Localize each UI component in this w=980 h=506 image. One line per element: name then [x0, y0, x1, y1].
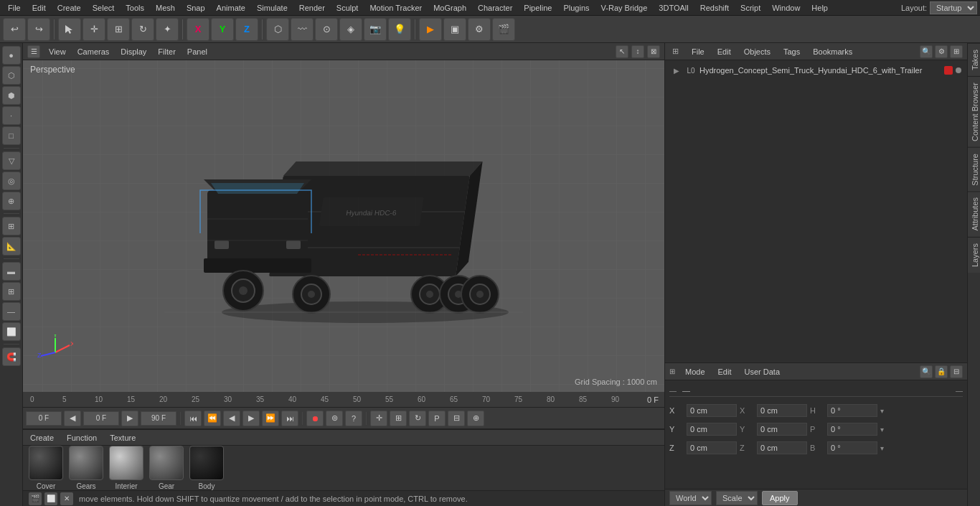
material-cover[interactable]: Cover — [29, 446, 63, 490]
viewport-canvas[interactable]: Perspective — [23, 60, 664, 392]
viewport-view-menu[interactable]: View — [46, 46, 69, 57]
menu-character[interactable]: Character — [473, 2, 517, 14]
menu-create[interactable]: Create — [52, 2, 86, 14]
sidebar-polygon-mode[interactable]: ⬡ — [2, 66, 21, 85]
obj-tags-menu[interactable]: Tags — [781, 46, 803, 57]
timeline-start-arrow[interactable]: ◀ — [64, 411, 81, 426]
world-dropdown[interactable]: World — [669, 491, 712, 505]
sidebar-rigging-mode[interactable]: ⊕ — [2, 192, 21, 210]
viewport-menu-btn[interactable]: ☰ — [27, 45, 40, 58]
vtab-layers[interactable]: Layers — [968, 237, 980, 273]
viewport-ctrl-3[interactable]: ⊠ — [647, 45, 660, 58]
menu-mesh[interactable]: Mesh — [151, 2, 180, 14]
obj-edit-menu[interactable]: Edit — [715, 46, 734, 57]
sidebar-measure-mode[interactable]: 📐 — [2, 237, 21, 256]
attr-h-input[interactable] — [827, 404, 877, 417]
timeline-current-input[interactable] — [83, 411, 119, 426]
timeline-end-frame-input-btn[interactable]: ▶ — [121, 411, 138, 426]
material-gear[interactable]: Gear — [149, 446, 184, 490]
menu-script[interactable]: Script — [735, 2, 765, 14]
status-icon-3[interactable]: ✕ — [60, 492, 73, 505]
vtab-takes[interactable]: Takes — [968, 43, 980, 76]
viewport-ctrl-1[interactable]: ↖ — [616, 45, 628, 58]
object-visibility-dot[interactable] — [956, 67, 961, 73]
obj-file-menu[interactable]: File — [689, 46, 707, 57]
attr-y2-input[interactable] — [757, 423, 807, 436]
menu-help[interactable]: Help — [806, 2, 833, 14]
rotate-tool-button[interactable]: ↻ — [131, 18, 154, 41]
menu-simulate[interactable]: Simulate — [252, 2, 293, 14]
attr-mode-menu[interactable]: Mode — [682, 366, 708, 378]
menu-render[interactable]: Render — [294, 2, 330, 14]
obj-filter-btn[interactable]: ⚙ — [935, 45, 948, 58]
sidebar-tweak-mode[interactable]: ▽ — [2, 151, 21, 170]
status-icon-2[interactable]: ⬜ — [44, 492, 57, 505]
menu-window[interactable]: Window — [767, 2, 805, 14]
timeline-autokey[interactable]: ⊚ — [326, 411, 343, 426]
render-view-button[interactable]: 🎬 — [492, 18, 515, 41]
render-button[interactable]: ▶ — [419, 18, 442, 41]
attr-y-input[interactable] — [687, 423, 737, 436]
menu-file[interactable]: File — [3, 2, 26, 14]
attr-x-input[interactable] — [687, 404, 737, 417]
mat-texture-menu[interactable]: Texture — [107, 432, 138, 444]
timeline-rotate-key[interactable]: ↻ — [409, 411, 426, 426]
object-row-truck[interactable]: ▶ L0 Hydrogen_Concept_Semi_Truck_Hyundai… — [669, 63, 963, 78]
object-color-dot[interactable] — [944, 66, 953, 75]
render-region-button[interactable]: ▣ — [443, 18, 466, 41]
viewport-display-menu[interactable]: Display — [118, 46, 149, 57]
timeline-grid[interactable]: ⊟ — [448, 411, 465, 426]
light-button[interactable]: 💡 — [388, 18, 411, 41]
undo-button[interactable]: ↩ — [3, 18, 26, 41]
move-tool-button[interactable]: ✛ — [83, 18, 105, 41]
select-tool-button[interactable] — [58, 18, 81, 41]
timeline-play[interactable]: ▶ — [242, 411, 260, 426]
menu-pipeline[interactable]: Pipeline — [519, 2, 557, 14]
transform-tool-button[interactable]: ✦ — [156, 18, 179, 41]
timeline-end-input[interactable] — [141, 411, 176, 426]
menu-edit[interactable]: Edit — [27, 2, 51, 14]
vtab-content-browser[interactable]: Content Browser — [968, 76, 980, 147]
viewport-panel-menu[interactable]: Panel — [184, 46, 210, 57]
sidebar-box-icon[interactable]: ⬜ — [2, 322, 21, 341]
menu-3dtoall[interactable]: 3DTOAll — [654, 2, 693, 14]
timeline-play-back[interactable]: ◀ — [223, 411, 240, 426]
object-create-button[interactable]: ⬡ — [266, 18, 289, 41]
attr-z-input[interactable] — [687, 441, 737, 454]
attr-z2-input[interactable] — [757, 441, 807, 454]
viewport-ctrl-2[interactable]: ↕ — [631, 45, 644, 58]
apply-button[interactable]: Apply — [762, 491, 798, 505]
menu-sculpt[interactable]: Sculpt — [331, 2, 364, 14]
attr-search-btn[interactable]: 🔍 — [920, 365, 933, 378]
attr-p-input[interactable] — [827, 423, 877, 436]
attr-x2-input[interactable] — [757, 404, 807, 417]
timeline-scale-key[interactable]: ⊞ — [390, 411, 407, 426]
sidebar-active-mode[interactable]: ● — [2, 46, 21, 65]
material-interior[interactable]: Interier — [109, 446, 143, 490]
sidebar-horizon-icon[interactable]: — — [2, 302, 21, 321]
status-icon-1[interactable]: 🎬 — [29, 492, 42, 505]
obj-search-btn[interactable]: 🔍 — [920, 45, 933, 58]
obj-expand-btn[interactable]: ⊞ — [950, 45, 963, 58]
timeline-record[interactable]: ⏺ — [306, 411, 324, 426]
obj-bookmarks-menu[interactable]: Bookmarks — [810, 46, 855, 57]
sidebar-magnet-icon[interactable]: 🧲 — [2, 347, 21, 366]
redo-button[interactable]: ↪ — [27, 18, 50, 41]
z-axis-button[interactable]: Z — [235, 18, 258, 41]
attr-expand-btn[interactable]: ⊟ — [950, 365, 963, 378]
sidebar-object-mode[interactable]: □ — [2, 126, 21, 145]
layout-dropdown[interactable]: Startup — [930, 1, 977, 14]
attr-b-input[interactable] — [827, 441, 877, 454]
timeline-marker[interactable]: P — [428, 411, 446, 426]
vtab-structure[interactable]: Structure — [968, 147, 980, 192]
obj-objects-menu[interactable]: Objects — [741, 46, 773, 57]
menu-redshift[interactable]: Redshift — [695, 2, 734, 14]
spline-button[interactable]: 〰 — [291, 18, 314, 41]
y-axis-button[interactable]: Y — [211, 18, 234, 41]
viewport-cameras-menu[interactable]: Cameras — [75, 46, 113, 57]
mat-create-menu[interactable]: Create — [27, 432, 57, 444]
menu-tools[interactable]: Tools — [121, 2, 149, 14]
timeline-move-key[interactable]: ✛ — [370, 411, 387, 426]
material-body[interactable]: Body — [189, 446, 224, 490]
sidebar-snap-mode[interactable]: ⊞ — [2, 217, 21, 235]
